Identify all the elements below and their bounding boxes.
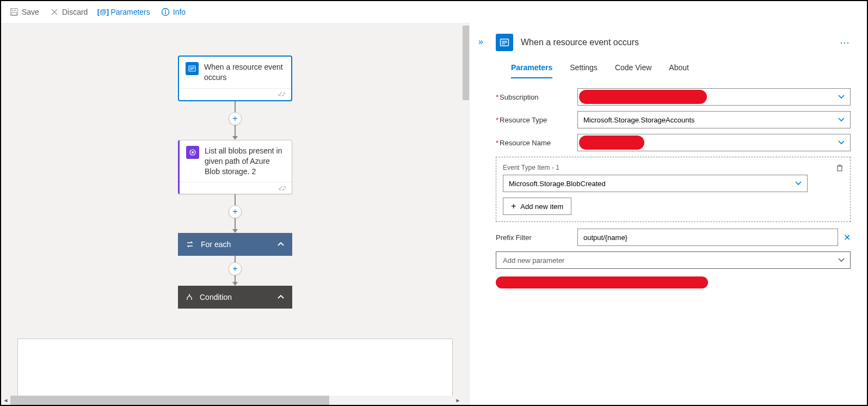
toolbar: Save Discard [@] Parameters Info xyxy=(1,1,867,23)
prefix-filter-label: Prefix Filter xyxy=(496,233,577,242)
resource-name-label: *Resource Name xyxy=(496,139,577,147)
svg-point-4 xyxy=(165,10,166,11)
resource-type-dropdown[interactable]: Microsoft.Storage.StorageAccounts xyxy=(577,111,851,128)
panel-tabs: Parameters Settings Code View About xyxy=(496,60,851,78)
blob-storage-icon xyxy=(186,146,199,159)
info-label: Info xyxy=(173,8,186,16)
horizontal-scrollbar[interactable]: ◄ ► xyxy=(1,396,463,405)
svg-rect-2 xyxy=(12,12,17,15)
prefix-filter-value: output/{name} xyxy=(583,233,627,242)
info-button[interactable]: Info xyxy=(161,8,186,16)
event-type-value: Microsoft.Storage.BlobCreated xyxy=(509,180,606,188)
vertical-scrollbar[interactable] xyxy=(463,23,469,396)
chevron-down-icon xyxy=(795,181,802,186)
parameters-button[interactable]: [@] Parameters xyxy=(99,8,150,16)
resource-type-label: *Resource Type xyxy=(496,116,577,124)
chevron-down-icon xyxy=(838,258,845,262)
foreach-label: For each xyxy=(201,240,231,249)
more-menu-button[interactable]: ⋯ xyxy=(840,36,851,48)
svg-rect-1 xyxy=(12,8,15,10)
svg-rect-10 xyxy=(838,166,842,171)
prefix-filter-input[interactable]: output/{name} xyxy=(577,229,838,246)
foreach-container-outline xyxy=(17,339,453,405)
collapse-panel-icon[interactable]: » xyxy=(478,37,483,46)
properties-panel: » When a resource event occurs ⋯ Paramet… xyxy=(470,23,867,405)
action-node-list-blobs[interactable]: List all blobs present in given path of … xyxy=(178,140,292,195)
chevron-down-icon xyxy=(838,118,845,122)
parameters-label: Parameters xyxy=(110,8,150,16)
info-icon xyxy=(161,8,170,16)
trigger-title: When a resource event occurs xyxy=(204,62,285,83)
add-new-item-button[interactable]: + Add new item xyxy=(503,198,571,215)
panel-title: When a resource event occurs xyxy=(521,38,832,47)
event-type-item-label: Event Type Item - 1 xyxy=(503,164,559,171)
event-type-group: Event Type Item - 1 Microsoft.Storage.Bl… xyxy=(496,157,851,222)
tab-settings[interactable]: Settings xyxy=(570,60,598,78)
close-icon xyxy=(50,8,59,16)
link-icon xyxy=(279,186,286,191)
subscription-dropdown[interactable] xyxy=(577,88,851,106)
link-icon xyxy=(278,91,286,97)
tab-parameters[interactable]: Parameters xyxy=(511,60,552,78)
add-step-button-1[interactable]: + xyxy=(229,112,242,125)
arrow-icon xyxy=(232,136,238,140)
add-new-parameter-dropdown[interactable]: Add new parameter xyxy=(496,251,851,269)
redacted-content xyxy=(496,276,708,288)
trigger-node[interactable]: When a resource event occurs xyxy=(178,56,292,101)
parameters-icon: [@] xyxy=(99,8,107,16)
redacted-content xyxy=(579,136,644,150)
event-grid-icon xyxy=(186,62,199,75)
scroll-right-icon[interactable]: ► xyxy=(453,396,463,405)
delete-item-icon[interactable] xyxy=(836,164,844,171)
action-title: List all blobs present in given path of … xyxy=(205,146,285,177)
designer-canvas[interactable]: When a resource event occurs + xyxy=(1,23,470,405)
event-type-dropdown[interactable]: Microsoft.Storage.BlobCreated xyxy=(503,175,808,192)
resource-type-value: Microsoft.Storage.StorageAccounts xyxy=(583,116,695,124)
tab-code-view[interactable]: Code View xyxy=(615,60,651,78)
foreach-node[interactable]: For each xyxy=(178,233,292,256)
resource-name-dropdown[interactable] xyxy=(577,134,851,151)
add-step-button-2[interactable]: + xyxy=(229,205,242,218)
plus-icon: + xyxy=(511,201,516,211)
add-item-label: Add new item xyxy=(520,202,563,211)
subscription-label: *Subscription xyxy=(496,93,577,101)
event-grid-icon xyxy=(496,34,513,51)
svg-rect-5 xyxy=(165,11,165,14)
chevron-down-icon xyxy=(838,95,845,99)
save-icon xyxy=(10,8,19,16)
svg-point-8 xyxy=(192,151,194,153)
arrow-icon xyxy=(232,282,238,286)
redacted-content xyxy=(579,90,707,104)
chevron-up-icon[interactable] xyxy=(277,242,285,247)
arrow-icon xyxy=(232,229,238,233)
add-parameter-label: Add new parameter xyxy=(503,256,564,264)
chevron-down-icon xyxy=(838,140,845,145)
discard-button[interactable]: Discard xyxy=(50,8,88,16)
add-step-button-3[interactable]: + xyxy=(229,262,242,275)
scroll-left-icon[interactable]: ◄ xyxy=(1,396,10,405)
discard-label: Discard xyxy=(62,8,88,16)
condition-icon xyxy=(186,293,193,301)
save-button[interactable]: Save xyxy=(10,8,39,16)
condition-node[interactable]: Condition xyxy=(178,286,292,309)
chevron-up-icon[interactable] xyxy=(277,294,285,300)
loop-icon xyxy=(186,241,194,248)
clear-field-icon[interactable]: ✕ xyxy=(844,232,851,243)
tab-about[interactable]: About xyxy=(669,60,689,78)
condition-label: Condition xyxy=(200,293,232,302)
save-label: Save xyxy=(22,8,39,16)
